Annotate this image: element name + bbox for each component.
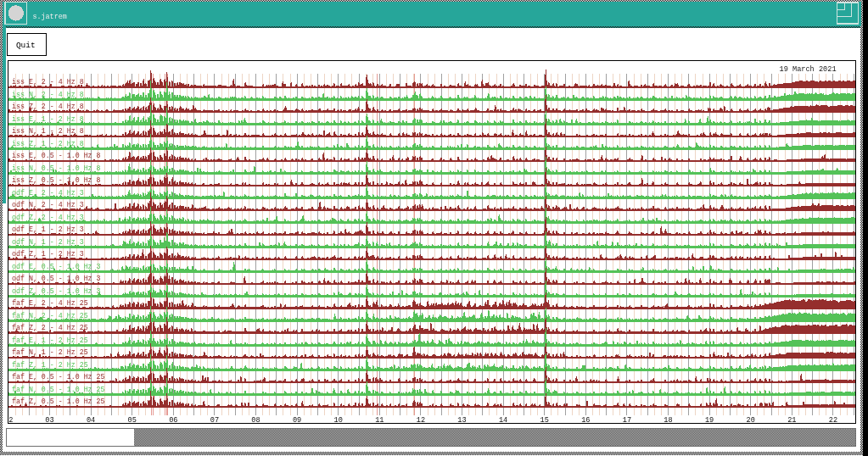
svg-text:faf E, 2 - 4 Hz 25: faf E, 2 - 4 Hz 25 xyxy=(12,299,88,307)
svg-text:faf E, 1 - 2 Hz 25: faf E, 1 - 2 Hz 25 xyxy=(12,336,88,344)
svg-text:iss Z, 0.5 - 1.0 Hz 8: iss Z, 0.5 - 1.0 Hz 8 xyxy=(12,176,101,184)
svg-text:13: 13 xyxy=(457,416,466,425)
svg-text:10: 10 xyxy=(334,416,343,425)
svg-text:odf N, 1 - 2 Hz 3: odf N, 1 - 2 Hz 3 xyxy=(12,238,84,246)
svg-text:11: 11 xyxy=(375,416,384,425)
svg-text:19 March 2021: 19 March 2021 xyxy=(780,65,837,74)
svg-text:iss Z, 2 - 4 Hz 8: iss Z, 2 - 4 Hz 8 xyxy=(12,103,84,110)
svg-text:18: 18 xyxy=(664,416,672,425)
svg-text:odf Z, 2 - 4 Hz 3: odf Z, 2 - 4 Hz 3 xyxy=(12,214,84,221)
svg-text:iss Z, 1 - 2 Hz 8: iss Z, 1 - 2 Hz 8 xyxy=(12,140,84,147)
svg-text:20: 20 xyxy=(747,416,755,425)
svg-text:iss E, 0.5 - 1.0 Hz 8: iss E, 0.5 - 1.0 Hz 8 xyxy=(12,152,101,159)
svg-text:05: 05 xyxy=(128,416,137,425)
svg-text:faf Z, 1 - 2 Hz 25: faf Z, 1 - 2 Hz 25 xyxy=(12,361,88,369)
svg-text:faf N, 2 - 4 Hz 25: faf N, 2 - 4 Hz 25 xyxy=(12,312,88,320)
svg-text:19: 19 xyxy=(705,416,714,425)
svg-text:2: 2 xyxy=(8,416,13,425)
svg-text:09: 09 xyxy=(293,416,301,425)
svg-text:16: 16 xyxy=(581,416,590,425)
svg-text:iss N, 0.5 - 1.0 Hz 8: iss N, 0.5 - 1.0 Hz 8 xyxy=(12,164,101,172)
svg-text:06: 06 xyxy=(169,416,177,425)
svg-text:odf E, 0.5 - 1.0 Hz 3: odf E, 0.5 - 1.0 Hz 3 xyxy=(12,263,101,270)
svg-text:faf N, 1 - 2 Hz 25: faf N, 1 - 2 Hz 25 xyxy=(12,348,88,356)
svg-text:iss E, 1 - 2 Hz 8: iss E, 1 - 2 Hz 8 xyxy=(12,115,84,123)
svg-text:odf N, 2 - 4 Hz 3: odf N, 2 - 4 Hz 3 xyxy=(12,201,84,209)
svg-text:iss E, 2 - 4 Hz 8: iss E, 2 - 4 Hz 8 xyxy=(12,78,84,86)
svg-text:14: 14 xyxy=(499,416,507,425)
svg-text:03: 03 xyxy=(45,416,53,425)
svg-text:faf E, 0.5 - 1.0 Hz 25: faf E, 0.5 - 1.0 Hz 25 xyxy=(12,373,105,381)
svg-text:07: 07 xyxy=(210,416,219,425)
svg-text:faf Z, 2 - 4 Hz 25: faf Z, 2 - 4 Hz 25 xyxy=(12,324,88,331)
svg-text:Quit: Quit xyxy=(16,41,36,50)
svg-text:04: 04 xyxy=(87,416,95,425)
svg-text:odf Z, 1 - 2 Hz 3: odf Z, 1 - 2 Hz 3 xyxy=(12,250,84,258)
svg-text:22: 22 xyxy=(829,416,837,425)
svg-text:iss N, 1 - 2 Hz 8: iss N, 1 - 2 Hz 8 xyxy=(12,127,84,135)
svg-text:odf E, 1 - 2 Hz 3: odf E, 1 - 2 Hz 3 xyxy=(12,225,84,233)
svg-text:odf E, 2 - 4 Hz 3: odf E, 2 - 4 Hz 3 xyxy=(12,189,84,197)
svg-text:15: 15 xyxy=(540,416,549,425)
svg-text:faf N, 0.5 - 1.0 Hz 25: faf N, 0.5 - 1.0 Hz 25 xyxy=(12,386,105,393)
svg-text:odf N, 0.5 - 1.0 Hz 3: odf N, 0.5 - 1.0 Hz 3 xyxy=(12,275,101,282)
svg-text:iss N, 2 - 4 Hz 8: iss N, 2 - 4 Hz 8 xyxy=(12,91,84,98)
svg-text:odf Z, 0.5 - 1.0 Hz 3: odf Z, 0.5 - 1.0 Hz 3 xyxy=(12,287,101,295)
svg-text:17: 17 xyxy=(623,416,631,425)
svg-text:12: 12 xyxy=(417,416,425,425)
svg-text:21: 21 xyxy=(787,416,796,425)
svg-text:faf Z, 0.5 - 1.0 Hz 25: faf Z, 0.5 - 1.0 Hz 25 xyxy=(12,398,105,405)
svg-text:s.jatrem: s.jatrem xyxy=(33,13,67,21)
svg-text:08: 08 xyxy=(251,416,260,425)
